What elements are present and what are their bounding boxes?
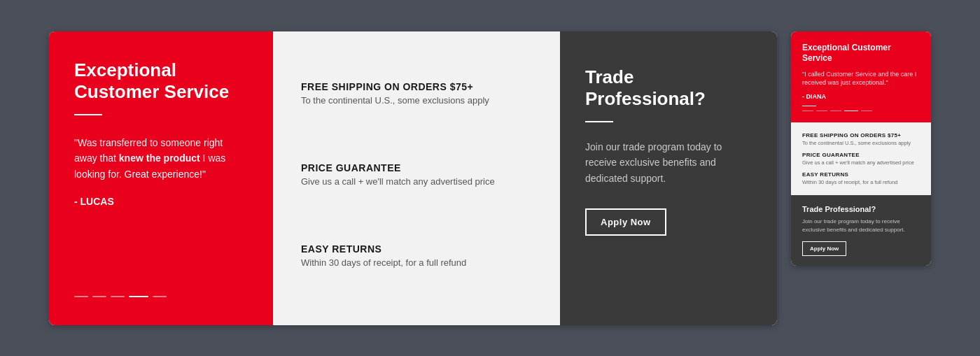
small-carousel-dots xyxy=(802,111,920,112)
small-apply-now-button[interactable]: Apply Now xyxy=(802,241,846,256)
feature-shipping-desc: To the continental U.S., some exclusions… xyxy=(301,95,532,106)
quote-bold: knew the product xyxy=(119,152,200,164)
gray-panel: FREE SHIPPING ON ORDERS $75+ To the cont… xyxy=(273,31,560,325)
feature-returns-desc: Within 30 days of receipt, for a full re… xyxy=(301,257,532,268)
small-red-quote: "I called Customer Service and the care … xyxy=(802,70,920,87)
small-red-author: - DIANA xyxy=(802,93,920,100)
red-panel-quote: "Was transferred to someone right away t… xyxy=(74,135,248,182)
small-dot-1[interactable] xyxy=(802,111,813,112)
large-card: Exceptional Customer Service "Was transf… xyxy=(49,31,777,325)
dot-5[interactable] xyxy=(153,296,167,297)
small-feature-returns-desc: Within 30 days of receipt, for a full re… xyxy=(802,179,920,185)
dot-2[interactable] xyxy=(92,296,106,297)
small-card: Exceptional Customer Service "I called C… xyxy=(791,31,931,266)
dark-panel-divider xyxy=(585,121,613,122)
small-dot-3[interactable] xyxy=(830,111,841,112)
feature-returns: EASY RETURNS Within 30 days of receipt, … xyxy=(301,243,532,268)
feature-price-title: PRICE GUARANTEE xyxy=(301,162,532,173)
feature-price: PRICE GUARANTEE Give us a call + we'll m… xyxy=(301,162,532,187)
red-panel: Exceptional Customer Service "Was transf… xyxy=(49,31,273,325)
carousel-dots xyxy=(74,296,248,297)
dark-panel-heading: Trade Professional? xyxy=(585,66,752,110)
small-dot-4-active[interactable] xyxy=(844,111,858,112)
small-red-heading: Exceptional Customer Service xyxy=(802,43,920,64)
small-feature-price-title: PRICE GUARANTEE xyxy=(802,152,920,158)
apply-now-button[interactable]: Apply Now xyxy=(585,208,666,236)
small-feature-returns-title: EASY RETURNS xyxy=(802,171,920,178)
feature-shipping: FREE SHIPPING ON ORDERS $75+ To the cont… xyxy=(301,81,532,106)
small-feature-shipping-title: FREE SHIPPING ON ORDERS $75+ xyxy=(802,132,920,138)
dot-1[interactable] xyxy=(74,296,88,297)
dot-4-active[interactable] xyxy=(129,296,148,297)
small-red-divider xyxy=(802,106,816,106)
small-dot-5[interactable] xyxy=(861,111,872,112)
main-wrapper: Exceptional Customer Service "Was transf… xyxy=(35,17,945,339)
small-light-panel: FREE SHIPPING ON ORDERS $75+ To the cont… xyxy=(791,122,931,195)
dot-3[interactable] xyxy=(111,296,125,297)
red-panel-heading: Exceptional Customer Service xyxy=(74,59,248,103)
red-panel-divider xyxy=(74,114,102,115)
red-panel-author: - LUCAS xyxy=(74,196,248,207)
small-feature-shipping-desc: To the continental U.S., some exclusions… xyxy=(802,140,920,146)
small-dot-2[interactable] xyxy=(816,111,827,112)
feature-shipping-title: FREE SHIPPING ON ORDERS $75+ xyxy=(301,81,532,92)
dark-panel: Trade Professional? Join our trade progr… xyxy=(560,31,777,325)
small-dark-heading: Trade Professional? xyxy=(802,205,920,213)
small-red-panel: Exceptional Customer Service "I called C… xyxy=(791,31,931,123)
small-dark-desc: Join our trade program today to receive … xyxy=(802,218,920,233)
small-dark-panel: Trade Professional? Join our trade progr… xyxy=(791,195,931,265)
dark-panel-desc: Join our trade program today to receive … xyxy=(585,139,752,186)
small-feature-price-desc: Give us a call + we'll match any adverti… xyxy=(802,159,920,166)
feature-price-desc: Give us a call + we'll match any adverti… xyxy=(301,176,532,187)
feature-returns-title: EASY RETURNS xyxy=(301,243,532,255)
